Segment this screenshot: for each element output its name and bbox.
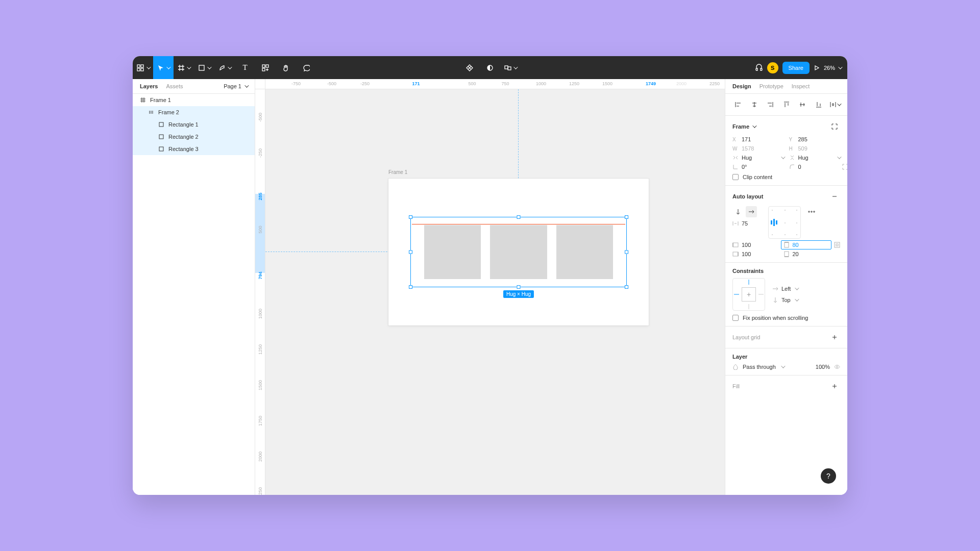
rotation-field[interactable]: 0° [732,164,784,170]
multiplayer-icon[interactable] [500,56,521,79]
tab-prototype[interactable]: Prototype [760,83,783,89]
spacing-field[interactable]: 75 [732,220,763,227]
artboard-label[interactable]: Frame 1 [388,169,407,175]
padding-right-field[interactable]: 100 [732,251,778,257]
radius-field[interactable]: 0 [789,164,841,170]
svg-rect-4 [199,65,204,70]
constraints-widget[interactable]: + [732,278,765,311]
resize-handle[interactable] [625,215,628,219]
frame-section-title[interactable]: Frame [732,123,755,130]
fill-section: Fill [725,375,847,397]
share-button[interactable]: Share [782,62,810,74]
align-left-button[interactable] [732,99,744,110]
zoom-control[interactable]: 26% [824,65,841,71]
canvas[interactable]: -750-500-2501715007501000125015001749200… [255,79,725,495]
frame-tool[interactable] [174,56,194,79]
resize-handle[interactable] [409,251,412,254]
svg-rect-18 [785,242,789,247]
resize-handle[interactable] [409,285,412,289]
svg-point-16 [814,211,815,212]
resize-handle[interactable] [625,251,628,254]
individual-padding-button[interactable] [834,242,840,248]
component-icon[interactable] [459,56,480,79]
resize-to-fit-button[interactable] [829,121,840,132]
padding-left-field[interactable]: 100 [732,242,778,248]
selection-box[interactable]: Hug × Hug [410,217,627,287]
tab-inspect[interactable]: Inspect [792,83,810,89]
padding-bottom-field[interactable]: 20 [783,251,829,257]
svg-rect-17 [733,243,738,247]
svg-rect-7 [262,68,265,71]
layer-rectangle-1[interactable]: Rectangle 1 [133,118,255,131]
layer-rectangle-2[interactable]: Rectangle 2 [133,131,255,143]
ruler-vertical: -500-25028550079410001250150017502000225… [255,89,265,495]
auto-layout-more-button[interactable] [806,206,817,217]
height-field[interactable]: H509 [789,145,841,152]
constraint-v-field[interactable]: Top [772,297,798,303]
mask-icon[interactable] [480,56,500,79]
opacity-field[interactable]: 100% [816,364,830,370]
width-mode-field[interactable]: Hug [732,155,784,161]
present-button[interactable] [814,56,820,79]
shape-tool[interactable] [194,56,214,79]
direction-horizontal-button[interactable] [746,206,757,217]
clip-content-checkbox[interactable]: Clip content [732,174,840,180]
layer-rectangle-3[interactable]: Rectangle 3 [133,143,255,155]
move-tool[interactable] [153,56,174,79]
visibility-icon[interactable] [834,364,840,370]
independent-corners-button[interactable] [842,164,847,170]
direction-vertical-button[interactable] [732,206,744,217]
x-field[interactable]: X171 [732,136,784,142]
alignment-grid[interactable] [768,206,801,239]
add-layout-grid-button[interactable] [829,332,840,343]
avatar[interactable]: S [767,62,778,73]
comment-tool[interactable] [296,56,316,79]
layer-frame-2[interactable]: Frame 2 [133,106,255,118]
add-fill-button[interactable] [829,381,840,392]
align-top-button[interactable] [781,99,792,110]
selection-content [424,225,613,279]
padding-top-field[interactable]: 80 [781,240,832,249]
layer-frame-1[interactable]: Frame 1 [133,94,255,106]
page-selector[interactable]: Page 1 [224,83,248,89]
constraint-h-field[interactable]: Left [772,286,798,292]
hug-v-icon [789,155,795,161]
menu-button[interactable] [133,56,153,79]
height-mode-field[interactable]: Hug [789,155,841,161]
fix-position-checkbox[interactable]: Fix position when scrolling [732,315,840,321]
toolbar: T S Share 26% [133,56,847,79]
distribute-button[interactable] [829,99,840,110]
align-bottom-button[interactable] [813,99,824,110]
text-tool[interactable]: T [235,56,255,79]
remove-auto-layout-button[interactable] [829,191,840,202]
rectangle-icon [158,121,164,128]
svg-point-15 [811,211,812,212]
pen-tool[interactable] [214,56,235,79]
svg-point-23 [836,366,838,367]
align-hcenter-button[interactable] [749,99,760,110]
fill-title: Fill [732,383,740,389]
hand-tool[interactable] [276,56,296,79]
blend-mode-field[interactable]: Pass through [743,364,812,370]
resize-handle[interactable] [409,215,412,219]
ruler-corner [255,79,265,89]
resize-handle[interactable] [517,215,521,219]
hug-h-icon [732,155,739,161]
align-right-button[interactable] [765,99,776,110]
resources-tool[interactable] [255,56,276,79]
svg-rect-5 [262,65,265,67]
tab-design[interactable]: Design [732,83,751,89]
audio-icon[interactable] [755,56,763,79]
tab-layers[interactable]: Layers [140,83,158,89]
y-field[interactable]: Y285 [789,136,841,142]
resize-handle[interactable] [625,285,628,289]
constraints-section: Constraints + Left Top Fix position when… [725,263,847,327]
auto-layout-title: Auto layout [732,193,764,199]
svg-point-14 [808,211,810,212]
svg-rect-21 [733,252,738,256]
resize-handle[interactable] [517,285,521,289]
tab-assets[interactable]: Assets [166,83,183,89]
width-field[interactable]: W1578 [732,145,784,152]
help-button[interactable]: ? [821,468,836,484]
align-vcenter-button[interactable] [797,99,808,110]
